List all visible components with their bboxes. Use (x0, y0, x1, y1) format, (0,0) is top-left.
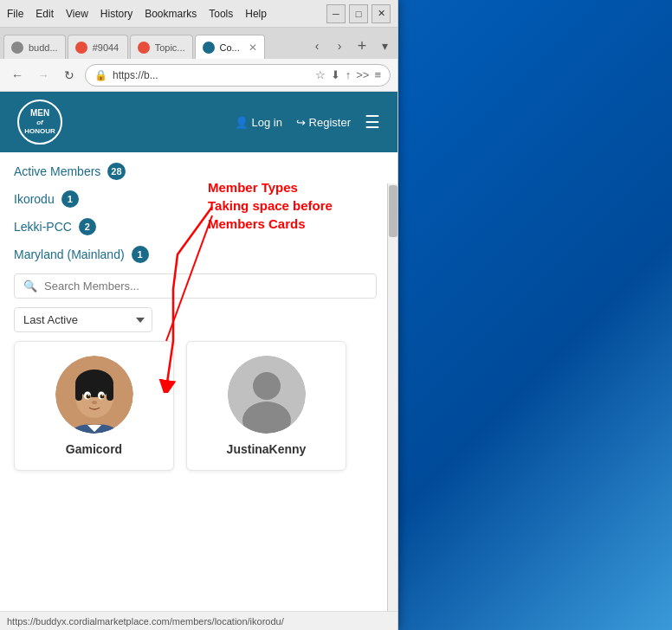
tab-3[interactable]: Co... ✕ (195, 35, 265, 59)
menu-view[interactable]: View (66, 8, 88, 20)
search-wrapper: 🔍 (14, 273, 377, 299)
member-card-0[interactable]: Gamicord (14, 341, 174, 471)
svg-point-9 (87, 395, 89, 396)
member-avatar-0 (55, 356, 133, 434)
url-icons: ☆ ⬇ ↑ >> ≡ (315, 68, 381, 81)
search-container: 🔍 (14, 273, 377, 299)
share-icon[interactable]: ↑ (346, 68, 352, 81)
gamicord-avatar-svg (55, 356, 133, 434)
site-nav: 👤 Log in ↪ Register ☰ (235, 112, 380, 132)
person-icon: 👤 (235, 116, 252, 129)
member-type-lekki-label: Lekki-PCC (14, 220, 72, 234)
tab-icon-0 (11, 42, 23, 54)
status-bar: https://buddyx.cordialmarketplace.com/me… (0, 611, 397, 630)
member-type-active-badge: 28 (107, 163, 125, 180)
member-type-active-label: Active Members (14, 164, 100, 178)
address-bar: ← → ↻ 🔒 https://b... ☆ ⬇ ↑ >> ≡ (0, 59, 397, 92)
member-card-1[interactable]: JustinaKenny (186, 341, 346, 471)
title-bar: File Edit View History Bookmarks Tools H… (0, 0, 397, 28)
maximize-button[interactable]: □ (349, 4, 368, 23)
menu-tools[interactable]: Tools (209, 8, 233, 20)
tab-controls: ‹ › + ▾ (307, 36, 394, 59)
tab-label-3: Co... (220, 42, 240, 53)
scrollbar[interactable] (387, 183, 397, 611)
member-type-ikorodu-label: Ikorodu (14, 192, 55, 206)
logo-honour: HONOUR (24, 127, 55, 136)
svg-point-10 (101, 395, 103, 396)
member-type-ikorodu-badge: 1 (61, 190, 79, 208)
tab-next-button[interactable]: › (330, 36, 349, 55)
close-button[interactable]: ✕ (372, 4, 391, 23)
tab-label-2: Topic... (155, 42, 185, 53)
new-tab-button[interactable]: + (352, 36, 372, 55)
menu-edit[interactable]: Edit (36, 8, 54, 20)
sort-dropdown[interactable]: Last Active Newest Alphabetical Most Fri… (14, 307, 152, 332)
register-label: Register (309, 116, 351, 129)
tab-2[interactable]: Topic... (130, 35, 193, 59)
browser-window: File Edit View History Bookmarks Tools H… (0, 0, 398, 630)
member-type-maryland[interactable]: Maryland (Mainland) 1 (14, 246, 377, 263)
tab-list-button[interactable]: ▾ (375, 36, 394, 55)
tab-label-0: budd... (29, 42, 58, 53)
menu-file[interactable]: File (7, 8, 23, 20)
menu-help[interactable]: Help (245, 8, 267, 20)
tab-prev-button[interactable]: ‹ (307, 36, 326, 55)
member-type-active[interactable]: Active Members 28 (14, 163, 377, 180)
logo-of: of (24, 119, 55, 127)
member-type-maryland-label: Maryland (Mainland) (14, 248, 125, 261)
search-icon: 🔍 (23, 280, 37, 292)
tab-0[interactable]: budd... (3, 35, 66, 59)
title-bar-menu: File Edit View History Bookmarks Tools H… (7, 8, 326, 20)
svg-point-13 (253, 372, 281, 400)
sort-dropdown-container: Last Active Newest Alphabetical Most Fri… (14, 307, 377, 332)
logo-men: MEN (24, 108, 55, 119)
tab-label-1: #9044 (93, 42, 120, 53)
nav-back-button[interactable]: ← (7, 65, 28, 86)
tab-icon-3 (203, 42, 215, 54)
scroll-thumb[interactable] (389, 185, 397, 237)
tab-icon-2 (138, 42, 150, 54)
download-icon[interactable]: ⬇ (331, 68, 340, 81)
search-input[interactable] (44, 280, 367, 292)
hamburger-menu-icon[interactable]: ☰ (365, 112, 380, 132)
register-icon: ↪ (296, 116, 309, 129)
register-link[interactable]: ↪ Register (296, 116, 351, 129)
member-type-maryland-badge: 1 (132, 246, 149, 263)
member-type-lekki-badge: 2 (79, 218, 96, 235)
page-content: MEN of HONOUR 👤 Log in ↪ Register ☰ (0, 92, 397, 611)
nav-forward-button[interactable]: → (33, 65, 54, 86)
minimize-button[interactable]: ─ (326, 4, 346, 23)
tab-1[interactable]: #9044 (68, 35, 128, 59)
login-link[interactable]: 👤 Log in (235, 116, 282, 129)
placeholder-avatar-svg (228, 356, 306, 434)
status-url: https://buddyx.cordialmarketplace.com/me… (7, 616, 284, 627)
member-name-0: Gamicord (66, 442, 122, 456)
member-avatar-1 (228, 356, 306, 434)
svg-rect-3 (75, 383, 82, 401)
content-area: Active Members 28 Ikorodu 1 Lekki-PCC 2 … (0, 152, 397, 481)
nav-refresh-button[interactable]: ↻ (59, 65, 80, 86)
member-cards: Gamicord JustinaKenny (14, 341, 377, 471)
svg-rect-4 (107, 383, 113, 401)
avatar-placeholder-1 (228, 356, 306, 434)
url-text: https://b... (113, 69, 158, 81)
tab-close-3[interactable]: ✕ (249, 42, 257, 54)
site-header: MEN of HONOUR 👤 Log in ↪ Register ☰ (0, 92, 397, 152)
tab-bar: budd... #9044 Topic... Co... ✕ ‹ › + ▾ (0, 28, 397, 59)
member-name-1: JustinaKenny (227, 442, 307, 456)
title-bar-controls: ─ □ ✕ (326, 4, 391, 23)
menu-bookmarks[interactable]: Bookmarks (145, 8, 197, 20)
bookmark-icon[interactable]: ☆ (315, 68, 326, 81)
tab-icon-1 (75, 42, 87, 54)
member-type-lekki[interactable]: Lekki-PCC 2 (14, 218, 377, 235)
site-logo[interactable]: MEN of HONOUR (17, 100, 62, 145)
member-type-filters: Active Members 28 Ikorodu 1 Lekki-PCC 2 … (14, 163, 377, 263)
svg-point-11 (92, 401, 97, 404)
login-label: Log in (252, 116, 282, 129)
member-type-ikorodu[interactable]: Ikorodu 1 (14, 190, 377, 208)
security-lock-icon: 🔒 (94, 69, 107, 81)
menu-history[interactable]: History (100, 8, 132, 20)
extensions-icon[interactable]: >> (356, 68, 369, 81)
menu-icon[interactable]: ≡ (374, 68, 381, 81)
url-bar[interactable]: 🔒 https://b... ☆ ⬇ ↑ >> ≡ (85, 64, 391, 87)
